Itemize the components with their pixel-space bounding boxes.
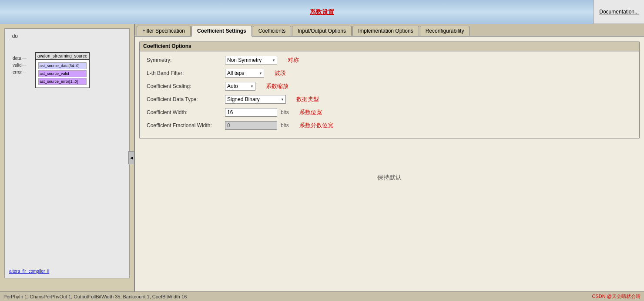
tab-coefficient-settings[interactable]: Coefficient Settings bbox=[191, 26, 252, 37]
lth-band-control: All taps Odd taps Even taps 波段 bbox=[225, 69, 286, 78]
coeff-data-type-row: Coefficient Data Type: Signed Binary Uns… bbox=[147, 95, 632, 104]
component-ports: ast_source_data[34..0] ast_source_valid … bbox=[36, 60, 89, 88]
top-bar: 系数设置 Documentation... bbox=[0, 0, 644, 24]
symmetry-control: Non Symmetry Symmetric Anti-Symmetric 对称 bbox=[225, 56, 299, 64]
coeff-width-annotation: 系数位宽 bbox=[299, 108, 322, 116]
csdn-label: CSDN @天会晴就会晴 bbox=[592, 293, 641, 300]
component-block: avalon_streaming_source ast_source_data[… bbox=[35, 52, 90, 88]
symmetry-label: Symmetry: bbox=[147, 57, 225, 63]
port-error: ast_source_error[1..0] bbox=[38, 78, 87, 85]
tab-coefficients[interactable]: Coefficients bbox=[253, 26, 291, 36]
coeff-width-input[interactable] bbox=[225, 108, 277, 117]
coeff-width-control: bits 系数位宽 bbox=[225, 108, 322, 117]
data-label: data bbox=[13, 56, 21, 61]
tab-filter-specification[interactable]: Filter Specification bbox=[137, 26, 191, 36]
valid-label: valid bbox=[13, 63, 22, 68]
coeff-frac-width-label: Coefficient Fractional Width: bbox=[147, 122, 225, 129]
data-line bbox=[22, 58, 27, 58]
coeff-data-type-select-wrapper: Signed Binary Unsigned Binary Signed Int… bbox=[225, 95, 286, 104]
coefficient-options-section: Coefficient Options Symmetry: Non Symmet… bbox=[139, 41, 640, 139]
coeff-data-type-control: Signed Binary Unsigned Binary Signed Int… bbox=[225, 95, 319, 104]
window-title: 系数设置 bbox=[310, 8, 334, 16]
coeff-data-type-annotation: 数据类型 bbox=[296, 95, 319, 103]
component-link[interactable]: altera_fir_compiler_ii bbox=[9, 269, 49, 274]
status-bar: PerPhyIn 1, ChansPerPhyOut 1, OutputFull… bbox=[0, 291, 644, 301]
do-label: _do bbox=[9, 33, 125, 39]
coeff-scaling-select[interactable]: Auto Manual bbox=[225, 82, 255, 91]
section-title: Coefficient Options bbox=[140, 41, 639, 51]
right-panel: Filter Specification Coefficient Setting… bbox=[135, 24, 644, 291]
coeff-frac-width-row: Coefficient Fractional Width: bits 系数分数位… bbox=[147, 121, 632, 130]
lth-band-select[interactable]: All taps Odd taps Even taps bbox=[225, 69, 264, 78]
coeff-scaling-annotation: 系数缩放 bbox=[266, 82, 288, 90]
component-title: avalon_streaming_source bbox=[36, 53, 89, 60]
coeff-scaling-control: Auto Manual 系数缩放 bbox=[225, 82, 288, 91]
valid-line bbox=[22, 65, 27, 65]
lth-band-row: L-th Band Filter: All taps Odd taps Even… bbox=[147, 69, 632, 78]
tab-content: Coefficient Options Symmetry: Non Symmet… bbox=[135, 37, 644, 291]
error-label: error bbox=[13, 70, 22, 74]
coeff-frac-width-input bbox=[225, 121, 277, 130]
port-valid: ast_source_valid bbox=[38, 70, 87, 77]
coeff-width-label: Coefficient Width: bbox=[147, 109, 225, 115]
symmetry-select-wrapper: Non Symmetry Symmetric Anti-Symmetric bbox=[225, 56, 277, 64]
coeff-width-unit: bits bbox=[281, 109, 289, 115]
error-line bbox=[22, 72, 27, 72]
coeff-frac-annotation: 系数分数位宽 bbox=[299, 122, 333, 129]
symmetry-row: Symmetry: Non Symmetry Symmetric Anti-Sy… bbox=[147, 56, 632, 64]
status-text: PerPhyIn 1, ChansPerPhyOut 1, OutputFull… bbox=[3, 294, 187, 299]
keep-default-text: 保持默认 bbox=[139, 174, 640, 182]
coeff-scaling-row: Coefficient Scaling: Auto Manual 系数缩放 bbox=[147, 82, 632, 91]
section-body: Symmetry: Non Symmetry Symmetric Anti-Sy… bbox=[140, 51, 639, 139]
coeff-scaling-label: Coefficient Scaling: bbox=[147, 83, 225, 89]
documentation-button[interactable]: Documentation... bbox=[594, 0, 644, 24]
left-panel: _do data valid error avalon_streaming_so… bbox=[0, 24, 135, 291]
left-panel-inner: _do data valid error avalon_streaming_so… bbox=[4, 28, 130, 278]
tab-reconfigurability[interactable]: Reconfigurability bbox=[420, 26, 470, 36]
coeff-scaling-select-wrapper: Auto Manual bbox=[225, 82, 255, 91]
collapse-button[interactable]: ◀ bbox=[128, 151, 134, 164]
main-layout: _do data valid error avalon_streaming_so… bbox=[0, 24, 644, 291]
coeff-data-type-select[interactable]: Signed Binary Unsigned Binary Signed Int… bbox=[225, 95, 286, 104]
port-data: ast_source_data[34..0] bbox=[38, 62, 87, 69]
coeff-data-type-label: Coefficient Data Type: bbox=[147, 96, 225, 102]
lth-band-label: L-th Band Filter: bbox=[147, 70, 225, 76]
coeff-width-row: Coefficient Width: bits 系数位宽 bbox=[147, 108, 632, 117]
lth-band-select-wrapper: All taps Odd taps Even taps bbox=[225, 69, 264, 78]
tab-io-options[interactable]: Input/Output Options bbox=[292, 26, 352, 36]
coeff-frac-unit: bits bbox=[281, 122, 289, 129]
symmetry-annotation: 对称 bbox=[288, 56, 299, 64]
lth-band-annotation: 波段 bbox=[275, 69, 286, 77]
symmetry-select[interactable]: Non Symmetry Symmetric Anti-Symmetric bbox=[225, 56, 277, 64]
block-diagram: _do data valid error avalon_streaming_so… bbox=[5, 29, 129, 278]
tabs-bar: Filter Specification Coefficient Setting… bbox=[135, 24, 644, 37]
coeff-frac-width-control: bits 系数分数位宽 bbox=[225, 121, 333, 130]
tab-implementation-options[interactable]: Implementation Options bbox=[352, 26, 419, 36]
